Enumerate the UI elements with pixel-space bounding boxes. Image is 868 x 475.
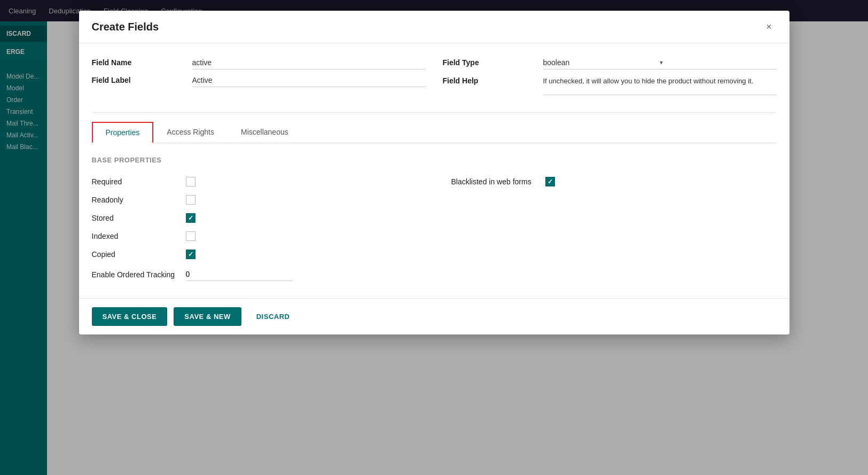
blacklisted-label: Blacklisted in web forms — [451, 177, 537, 186]
property-blacklisted: Blacklisted in web forms — [451, 173, 777, 191]
field-help-text: If unchecked, it will allow you to hide … — [543, 74, 777, 95]
modal-title: Create Fields — [92, 21, 159, 33]
save-new-button[interactable]: SAVE & NEW — [174, 307, 241, 326]
property-stored: Stored — [92, 209, 417, 227]
blacklisted-checkbox[interactable] — [545, 177, 555, 186]
form-top-row: Field Name active Field Label Active Fie… — [92, 56, 777, 99]
left-fields: Field Name active Field Label Active — [92, 56, 426, 99]
modal-overlay: Create Fields × Field Name active Field … — [0, 0, 868, 475]
right-properties: Blacklisted in web forms — [451, 173, 777, 285]
tab-access-rights[interactable]: Access Rights — [153, 122, 228, 143]
field-type-group: Field Type boolean ▾ — [443, 56, 777, 69]
field-type-select[interactable]: boolean ▾ — [543, 56, 777, 69]
readonly-checkbox[interactable] — [186, 195, 196, 205]
divider — [92, 112, 777, 113]
property-indexed: Indexed — [92, 227, 417, 245]
tabs-bar: Properties Access Rights Miscellaneous — [92, 121, 777, 143]
tracking-input[interactable] — [186, 268, 293, 281]
properties-content: Base Properties Required Readonly — [92, 156, 777, 285]
tab-miscellaneous[interactable]: Miscellaneous — [228, 122, 302, 143]
indexed-label: Indexed — [92, 232, 177, 240]
field-label-group: Field Label Active — [92, 74, 426, 87]
stored-checkbox[interactable] — [186, 213, 196, 223]
stored-label: Stored — [92, 214, 177, 222]
chevron-down-icon: ▾ — [660, 59, 777, 66]
modal-header: Create Fields × — [79, 11, 789, 43]
field-label-value[interactable]: Active — [192, 74, 426, 87]
readonly-label: Readonly — [92, 196, 177, 204]
field-help-group: Field Help If unchecked, it will allow y… — [443, 74, 777, 95]
modal-close-button[interactable]: × — [762, 19, 777, 34]
field-label-label: Field Label — [92, 76, 188, 84]
tracking-label: Enable Ordered Tracking — [92, 270, 177, 279]
modal-body: Field Name active Field Label Active Fie… — [79, 43, 789, 298]
section-title: Base Properties — [92, 156, 777, 164]
field-type-value: boolean — [543, 58, 660, 67]
copied-label: Copied — [92, 250, 177, 259]
property-required: Required — [92, 173, 417, 191]
modal-footer: SAVE & CLOSE SAVE & NEW DISCARD — [79, 298, 789, 334]
properties-grid: Required Readonly Stored Indexed — [92, 173, 777, 285]
required-label: Required — [92, 177, 177, 186]
field-name-group: Field Name active — [92, 56, 426, 69]
right-fields: Field Type boolean ▾ Field Help If unche… — [443, 56, 777, 99]
field-help-content: If unchecked, it will allow you to hide … — [543, 77, 754, 85]
property-copied: Copied — [92, 245, 417, 263]
field-name-label: Field Name — [92, 58, 188, 67]
copied-checkbox[interactable] — [186, 250, 196, 259]
field-help-label: Field Help — [443, 76, 539, 85]
tab-properties[interactable]: Properties — [92, 122, 154, 143]
left-properties: Required Readonly Stored Indexed — [92, 173, 417, 285]
field-type-label: Field Type — [443, 58, 539, 67]
indexed-checkbox[interactable] — [186, 231, 196, 241]
create-fields-modal: Create Fields × Field Name active Field … — [79, 11, 789, 334]
property-readonly: Readonly — [92, 191, 417, 209]
required-checkbox[interactable] — [186, 177, 196, 186]
save-close-button[interactable]: SAVE & CLOSE — [92, 307, 168, 326]
field-name-value[interactable]: active — [192, 56, 426, 69]
property-tracking: Enable Ordered Tracking — [92, 263, 417, 285]
discard-button[interactable]: DISCARD — [248, 307, 299, 326]
